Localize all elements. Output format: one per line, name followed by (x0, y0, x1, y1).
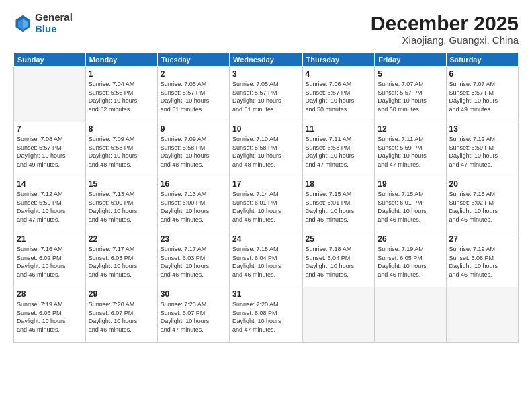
day-number: 2 (161, 69, 226, 79)
day-number: 24 (232, 234, 300, 244)
calendar-cell: 26Sunrise: 7:19 AMSunset: 6:05 PMDayligh… (375, 232, 446, 287)
day-number: 5 (378, 69, 443, 79)
calendar-cell: 5Sunrise: 7:07 AMSunset: 5:57 PMDaylight… (375, 67, 446, 122)
day-info: Sunrise: 7:06 AMSunset: 5:57 PMDaylight:… (306, 80, 372, 113)
day-info: Sunrise: 7:20 AMSunset: 6:08 PMDaylight:… (232, 300, 300, 334)
col-header-tuesday: Tuesday (157, 53, 229, 67)
week-row-3: 14Sunrise: 7:12 AMSunset: 5:59 PMDayligh… (14, 177, 519, 232)
day-info: Sunrise: 7:17 AMSunset: 6:03 PMDaylight:… (161, 245, 226, 279)
day-number: 9 (161, 124, 226, 134)
day-number: 26 (378, 234, 443, 244)
day-info: Sunrise: 7:18 AMSunset: 6:04 PMDaylight:… (232, 245, 300, 279)
logo: General Blue (13, 12, 73, 34)
day-info: Sunrise: 7:11 AMSunset: 5:59 PMDaylight:… (378, 135, 443, 169)
col-header-saturday: Saturday (446, 53, 518, 67)
calendar-cell: 22Sunrise: 7:17 AMSunset: 6:03 PMDayligh… (85, 232, 157, 287)
logo-icon (13, 14, 32, 33)
day-number: 4 (306, 69, 372, 79)
day-info: Sunrise: 7:08 AMSunset: 5:57 PMDaylight:… (17, 135, 83, 169)
day-number: 19 (378, 179, 443, 189)
calendar-cell: 4Sunrise: 7:06 AMSunset: 5:57 PMDaylight… (302, 67, 375, 122)
day-info: Sunrise: 7:04 AMSunset: 5:56 PMDaylight:… (89, 80, 154, 113)
day-number: 16 (161, 179, 226, 189)
calendar-cell: 25Sunrise: 7:18 AMSunset: 6:04 PMDayligh… (302, 232, 375, 287)
calendar-cell: 13Sunrise: 7:12 AMSunset: 5:59 PMDayligh… (446, 122, 518, 177)
day-number: 21 (17, 234, 83, 244)
day-info: Sunrise: 7:09 AMSunset: 5:58 PMDaylight:… (89, 135, 154, 169)
calendar-cell: 9Sunrise: 7:09 AMSunset: 5:58 PMDaylight… (157, 122, 229, 177)
day-number: 25 (306, 234, 372, 244)
calendar-cell: 1Sunrise: 7:04 AMSunset: 5:56 PMDaylight… (85, 67, 157, 122)
calendar-cell: 17Sunrise: 7:14 AMSunset: 6:01 PMDayligh… (229, 177, 302, 232)
calendar-cell: 24Sunrise: 7:18 AMSunset: 6:04 PMDayligh… (229, 232, 302, 287)
day-info: Sunrise: 7:16 AMSunset: 6:02 PMDaylight:… (449, 190, 515, 224)
day-number: 17 (232, 179, 300, 189)
day-number: 23 (161, 234, 226, 244)
day-number: 11 (306, 124, 372, 134)
header: General Blue December 2025 Xiaojiang, Gu… (13, 12, 519, 46)
calendar-cell: 14Sunrise: 7:12 AMSunset: 5:59 PMDayligh… (14, 177, 86, 232)
day-info: Sunrise: 7:10 AMSunset: 5:58 PMDaylight:… (232, 135, 300, 169)
calendar-cell: 28Sunrise: 7:19 AMSunset: 6:06 PMDayligh… (14, 287, 86, 342)
calendar-table: SundayMondayTuesdayWednesdayThursdayFrid… (13, 52, 519, 342)
week-row-5: 28Sunrise: 7:19 AMSunset: 6:06 PMDayligh… (14, 287, 519, 342)
day-info: Sunrise: 7:13 AMSunset: 6:00 PMDaylight:… (89, 190, 154, 224)
day-number: 15 (89, 179, 154, 189)
day-number: 6 (449, 69, 515, 79)
day-info: Sunrise: 7:19 AMSunset: 6:06 PMDaylight:… (17, 300, 83, 334)
day-info: Sunrise: 7:07 AMSunset: 5:57 PMDaylight:… (449, 80, 515, 113)
logo-text: General Blue (35, 12, 73, 34)
logo-general-text: General (35, 12, 73, 24)
day-info: Sunrise: 7:11 AMSunset: 5:58 PMDaylight:… (306, 135, 372, 169)
calendar-cell: 12Sunrise: 7:11 AMSunset: 5:59 PMDayligh… (375, 122, 446, 177)
calendar-cell: 3Sunrise: 7:05 AMSunset: 5:57 PMDaylight… (229, 67, 302, 122)
day-number: 22 (89, 234, 154, 244)
day-info: Sunrise: 7:15 AMSunset: 6:01 PMDaylight:… (306, 190, 372, 224)
calendar-cell: 10Sunrise: 7:10 AMSunset: 5:58 PMDayligh… (229, 122, 302, 177)
calendar-cell: 11Sunrise: 7:11 AMSunset: 5:58 PMDayligh… (302, 122, 375, 177)
day-number: 3 (232, 69, 300, 79)
day-info: Sunrise: 7:19 AMSunset: 6:05 PMDaylight:… (378, 245, 443, 279)
day-number: 28 (17, 289, 83, 299)
day-number: 18 (306, 179, 372, 189)
day-number: 20 (449, 179, 515, 189)
col-header-thursday: Thursday (302, 53, 375, 67)
week-row-2: 7Sunrise: 7:08 AMSunset: 5:57 PMDaylight… (14, 122, 519, 177)
calendar-cell: 31Sunrise: 7:20 AMSunset: 6:08 PMDayligh… (229, 287, 302, 342)
page: General Blue December 2025 Xiaojiang, Gu… (0, 0, 532, 411)
day-info: Sunrise: 7:05 AMSunset: 5:57 PMDaylight:… (161, 80, 226, 113)
day-info: Sunrise: 7:07 AMSunset: 5:57 PMDaylight:… (378, 80, 443, 113)
day-number: 31 (232, 289, 300, 299)
day-info: Sunrise: 7:19 AMSunset: 6:06 PMDaylight:… (449, 245, 515, 279)
day-info: Sunrise: 7:13 AMSunset: 6:00 PMDaylight:… (161, 190, 226, 224)
col-header-friday: Friday (375, 53, 446, 67)
day-info: Sunrise: 7:09 AMSunset: 5:58 PMDaylight:… (161, 135, 226, 169)
day-info: Sunrise: 7:17 AMSunset: 6:03 PMDaylight:… (89, 245, 154, 279)
day-number: 7 (17, 124, 83, 134)
day-number: 30 (161, 289, 226, 299)
col-header-sunday: Sunday (14, 53, 86, 67)
calendar-cell: 7Sunrise: 7:08 AMSunset: 5:57 PMDaylight… (14, 122, 86, 177)
calendar-cell: 29Sunrise: 7:20 AMSunset: 6:07 PMDayligh… (85, 287, 157, 342)
calendar-cell: 21Sunrise: 7:16 AMSunset: 6:02 PMDayligh… (14, 232, 86, 287)
day-number: 14 (17, 179, 83, 189)
day-info: Sunrise: 7:14 AMSunset: 6:01 PMDaylight:… (232, 190, 300, 224)
calendar-cell: 19Sunrise: 7:15 AMSunset: 6:01 PMDayligh… (375, 177, 446, 232)
day-info: Sunrise: 7:20 AMSunset: 6:07 PMDaylight:… (89, 300, 154, 334)
day-info: Sunrise: 7:12 AMSunset: 5:59 PMDaylight:… (449, 135, 515, 169)
calendar-cell (446, 287, 518, 342)
calendar-cell: 20Sunrise: 7:16 AMSunset: 6:02 PMDayligh… (446, 177, 518, 232)
calendar-cell: 15Sunrise: 7:13 AMSunset: 6:00 PMDayligh… (85, 177, 157, 232)
week-row-4: 21Sunrise: 7:16 AMSunset: 6:02 PMDayligh… (14, 232, 519, 287)
col-header-monday: Monday (85, 53, 157, 67)
calendar-cell (14, 67, 86, 122)
day-info: Sunrise: 7:20 AMSunset: 6:07 PMDaylight:… (161, 300, 226, 334)
col-header-wednesday: Wednesday (229, 53, 302, 67)
location-subtitle: Xiaojiang, Guangxi, China (371, 34, 519, 46)
calendar-cell: 8Sunrise: 7:09 AMSunset: 5:58 PMDaylight… (85, 122, 157, 177)
day-number: 29 (89, 289, 154, 299)
day-info: Sunrise: 7:05 AMSunset: 5:57 PMDaylight:… (232, 80, 300, 113)
calendar-cell (302, 287, 375, 342)
calendar-cell: 16Sunrise: 7:13 AMSunset: 6:00 PMDayligh… (157, 177, 229, 232)
calendar-cell: 30Sunrise: 7:20 AMSunset: 6:07 PMDayligh… (157, 287, 229, 342)
